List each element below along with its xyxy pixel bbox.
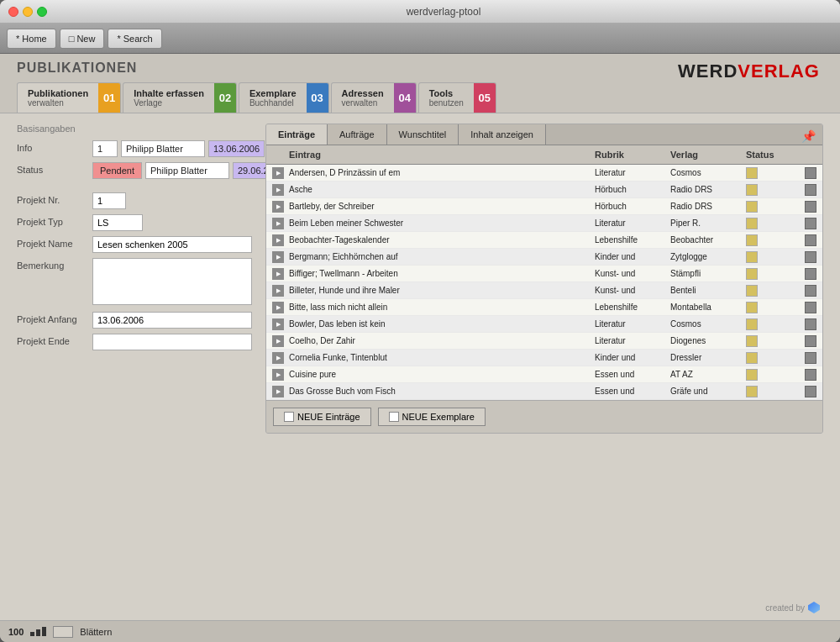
- tab-adressen[interactable]: Adressen verwalten 04: [331, 82, 417, 113]
- status-dot[interactable]: [746, 167, 758, 179]
- row-detail-icon[interactable]: [805, 268, 816, 280]
- row-detail-icon[interactable]: [805, 184, 816, 196]
- row-detail-icon[interactable]: [805, 285, 816, 297]
- maximize-button[interactable]: [37, 7, 47, 17]
- row-detail-icon[interactable]: [805, 201, 816, 213]
- row-detail-icon[interactable]: [805, 318, 816, 330]
- cell-eintrag: Cornelia Funke, Tintenblut: [286, 352, 592, 363]
- table-row[interactable]: Cuisine pure Essen und AT AZ: [266, 366, 822, 383]
- bemerkung-input[interactable]: [92, 258, 252, 305]
- row-detail-icon[interactable]: [805, 369, 816, 381]
- projekt-name-input[interactable]: [92, 236, 252, 253]
- table-row[interactable]: Cornelia Funke, Tintenblut Kinder und Dr…: [266, 350, 822, 366]
- projekt-ende-input[interactable]: [92, 334, 252, 350]
- tab-tools[interactable]: Tools benutzen 05: [418, 82, 496, 113]
- status-dot[interactable]: [746, 369, 758, 381]
- tab-inhalt-anzeigen[interactable]: Inhalt anzeigen: [459, 124, 546, 145]
- status-dot[interactable]: [746, 268, 758, 280]
- status-dot[interactable]: [746, 234, 758, 246]
- row-arrow-icon[interactable]: [272, 268, 284, 280]
- signal-bars: [30, 627, 46, 636]
- status-row: Status Pendent Philipp Blatter 29.06.200…: [17, 162, 252, 179]
- tab-auftraege[interactable]: Aufträge: [328, 124, 387, 145]
- status-name: Philipp Blatter: [145, 162, 229, 179]
- row-detail-icon[interactable]: [805, 302, 816, 313]
- cell-rubrik: Kunst- und: [592, 268, 668, 279]
- row-arrow-icon[interactable]: [272, 251, 284, 263]
- status-dot[interactable]: [746, 386, 758, 397]
- projekt-anfang-input[interactable]: [92, 312, 252, 329]
- row-detail-icon[interactable]: [805, 251, 816, 263]
- row-detail-icon[interactable]: [805, 386, 816, 397]
- table-row[interactable]: Biffiger; Twellmann - Arbeiten Kunst- un…: [266, 266, 822, 282]
- content-body: Basisangaben Info 1 Philipp Blatter 13.0…: [0, 113, 840, 444]
- cell-rubrik: Lebenshilfe: [592, 302, 668, 313]
- row-arrow-icon[interactable]: [272, 201, 284, 213]
- table-header: Eintrag Rubrik Verlag Status: [266, 145, 822, 165]
- row-arrow-icon[interactable]: [272, 352, 284, 364]
- table-row[interactable]: Andersen, D Prinzässin uf em Literatur C…: [266, 165, 822, 182]
- table-row[interactable]: Bartleby, der Schreiber Hörbuch Radio DR…: [266, 198, 822, 215]
- table-row[interactable]: Das Grosse Buch vom Fisch Essen und Gräf…: [266, 383, 822, 400]
- cell-eintrag: Das Grosse Buch vom Fisch: [286, 386, 592, 397]
- close-button[interactable]: [8, 7, 18, 17]
- projekt-nr-label: Projekt Nr.: [17, 192, 92, 205]
- cell-eintrag: Bitte, lass mich nicht allein: [286, 302, 592, 313]
- table-row[interactable]: Bitte, lass mich nicht allein Lebenshilf…: [266, 299, 822, 316]
- cell-eintrag: Andersen, D Prinzässin uf em: [286, 167, 592, 178]
- module-tabs: Publikationen verwalten 01 Inhalte erfas…: [17, 82, 823, 113]
- row-arrow-icon[interactable]: [272, 218, 284, 229]
- tab-eintraege[interactable]: Einträge: [266, 124, 328, 145]
- status-dot[interactable]: [746, 218, 758, 229]
- neue-eintraege-button[interactable]: NEUE Einträge: [273, 408, 371, 426]
- table-row[interactable]: Asche Hörbuch Radio DRS: [266, 182, 822, 198]
- status-dot[interactable]: [746, 302, 758, 313]
- projekt-nr-input[interactable]: [92, 192, 126, 209]
- row-arrow-icon[interactable]: [272, 318, 284, 330]
- tab-publikationen[interactable]: Publikationen verwalten 01: [17, 82, 121, 113]
- titlebar: werdverlag-ptool: [0, 0, 840, 24]
- row-arrow-icon[interactable]: [272, 234, 284, 246]
- status-dot[interactable]: [746, 201, 758, 213]
- table-row[interactable]: Bergmann; Eichhörnchen auf Kinder und Zy…: [266, 249, 822, 266]
- minimize-button[interactable]: [23, 7, 33, 17]
- row-detail-icon[interactable]: [805, 352, 816, 364]
- row-arrow-icon[interactable]: [272, 167, 284, 179]
- new-button[interactable]: □ New: [60, 29, 105, 49]
- tab-wunschtitel[interactable]: Wunschtitel: [387, 124, 459, 145]
- row-arrow-icon[interactable]: [272, 285, 284, 297]
- status-dot[interactable]: [746, 335, 758, 347]
- pin-icon[interactable]: 📌: [801, 129, 816, 143]
- row-detail-icon[interactable]: [805, 335, 816, 347]
- info-num: 1: [92, 140, 118, 157]
- neue-exemplare-button[interactable]: NEUE Exemplare: [378, 408, 486, 426]
- status-bar: 100 Blättern: [0, 620, 840, 642]
- table-row[interactable]: Beobachter-Tageskalender Lebenshilfe Beo…: [266, 232, 822, 249]
- section-title: Basisangaben: [17, 124, 252, 134]
- row-arrow-icon[interactable]: [272, 369, 284, 381]
- status-dot[interactable]: [746, 184, 758, 196]
- row-arrow-icon[interactable]: [272, 302, 284, 313]
- row-arrow-icon[interactable]: [272, 184, 284, 196]
- row-detail-icon[interactable]: [805, 234, 816, 246]
- table-row[interactable]: Coelho, Der Zahir Literatur Diogenes: [266, 333, 822, 350]
- cell-verlag: Cosmos: [668, 318, 743, 329]
- tab-inhalte-erfassen[interactable]: Inhalte erfassen Verlage 02: [123, 82, 237, 113]
- search-button[interactable]: * Search: [108, 29, 161, 49]
- table-row[interactable]: Bowler, Das leben ist kein Literatur Cos…: [266, 316, 822, 333]
- row-arrow-icon[interactable]: [272, 335, 284, 347]
- status-dot[interactable]: [746, 285, 758, 297]
- projekt-anfang-label: Projekt Anfang: [17, 312, 92, 324]
- table-row[interactable]: Billeter, Hunde und ihre Maler Kunst- un…: [266, 282, 822, 299]
- projekt-typ-input[interactable]: [92, 214, 143, 231]
- row-arrow-icon[interactable]: [272, 386, 284, 397]
- status-dot[interactable]: [746, 318, 758, 330]
- tab-exemplare[interactable]: Exemplare Buchhandel 03: [239, 82, 329, 113]
- table-row[interactable]: Beim Leben meiner Schwester Literatur Pi…: [266, 215, 822, 232]
- row-detail-icon[interactable]: [805, 167, 816, 179]
- cell-rubrik: Literatur: [592, 318, 668, 329]
- row-detail-icon[interactable]: [805, 218, 816, 229]
- status-dot[interactable]: [746, 352, 758, 364]
- home-button[interactable]: * Home: [7, 29, 56, 49]
- status-dot[interactable]: [746, 251, 758, 263]
